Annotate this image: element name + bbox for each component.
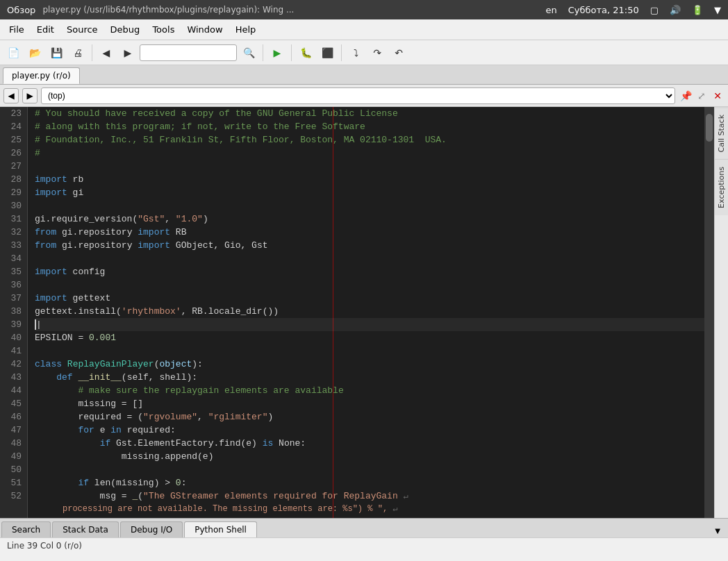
code-line-30 xyxy=(35,199,704,212)
code-line-32: from gi.repository import RB xyxy=(35,226,704,239)
code-line-41 xyxy=(35,344,704,358)
stop-button[interactable]: ⬛ xyxy=(317,43,337,62)
menu-edit[interactable]: Edit xyxy=(31,23,60,36)
code-line-51: if len(missing) > 0: xyxy=(35,476,704,489)
step-out-button[interactable]: ↶ xyxy=(389,43,408,62)
code-line-24: # along with this program; if not, write… xyxy=(35,120,704,133)
code-line-31: gi.require_version("Gst", "1.0") xyxy=(35,212,704,226)
code-line-34 xyxy=(35,252,704,265)
right-side-panels: Call Stack Exceptions xyxy=(714,107,728,518)
tabs-dropdown-button[interactable]: ▼ xyxy=(711,524,725,537)
tab-search[interactable]: Search xyxy=(1,521,51,537)
system-bar: Обзор player.py (/usr/lib64/rhythmbox/pl… xyxy=(0,0,728,19)
code-line-36 xyxy=(35,278,704,292)
overview-label[interactable]: Обзор xyxy=(7,5,35,15)
menu-debug[interactable]: Debug xyxy=(105,23,146,36)
menu-help[interactable]: Help xyxy=(230,23,262,36)
scrollbar-thumb[interactable] xyxy=(706,114,713,142)
step-over-button[interactable]: ↷ xyxy=(367,43,387,62)
menu-bar: File Edit Source Debug Tools Window Help xyxy=(0,19,728,40)
code-area: # You should have received a copy of the… xyxy=(28,107,704,518)
code-line-50 xyxy=(35,463,704,476)
pin-buttons: 📌 ⤢ ✕ xyxy=(679,89,725,103)
menu-tools[interactable]: Tools xyxy=(147,23,180,36)
status-bar: Line 39 Col 0 (r/o) xyxy=(0,537,728,553)
forward-button[interactable]: ▶ xyxy=(118,43,138,62)
nav-back-btn[interactable]: ◀ xyxy=(3,88,19,103)
run-button[interactable]: ▶ xyxy=(267,43,287,62)
new-button[interactable]: 📄 xyxy=(3,43,23,62)
toolbar-sep-4 xyxy=(341,44,342,61)
pin-button[interactable]: 📌 xyxy=(679,89,693,103)
bottom-tabs: Search Stack Data Debug I/O Python Shell… xyxy=(0,518,728,537)
volume-icon[interactable]: 🔊 xyxy=(670,5,681,15)
code-line-39: | xyxy=(35,318,704,331)
status-text: Line 39 Col 0 (r/o) xyxy=(7,541,82,551)
code-line-46: required = ("rgvolume", "rglimiter") xyxy=(35,410,704,424)
call-stack-panel[interactable]: Call Stack xyxy=(715,107,728,159)
code-line-29: import gi xyxy=(35,186,704,199)
code-line-25: # Foundation, Inc., 51 Franklin St, Fift… xyxy=(35,133,704,146)
tab-debug-io[interactable]: Debug I/O xyxy=(120,521,183,537)
back-button[interactable]: ◀ xyxy=(97,43,116,62)
code-line-43: def __init__(self, shell): xyxy=(35,371,704,384)
code-line-28: import rb xyxy=(35,173,704,186)
keyboard-layout[interactable]: en xyxy=(545,5,556,15)
line-numbers: 2324252627 2829303132 3334353637 3839404… xyxy=(0,107,28,518)
print-button[interactable]: 🖨 xyxy=(68,43,88,62)
code-line-52-wrap1: processing are not available. The missin… xyxy=(35,503,704,516)
save-button[interactable]: 💾 xyxy=(47,43,66,62)
code-line-52: msg = _("The GStreamer elements required… xyxy=(35,489,704,503)
datetime: Суббота, 21:50 xyxy=(568,5,639,15)
toolbar-search-input[interactable] xyxy=(140,44,237,61)
code-line-47: for e in required: xyxy=(35,424,704,437)
window-title: player.py (/usr/lib64/rhythmbox/plugins/… xyxy=(42,5,294,15)
code-line-42: class ReplayGainPlayer(object): xyxy=(35,358,704,371)
scope-select[interactable]: (top) xyxy=(41,87,675,104)
code-line-48: if Gst.ElementFactory.find(e) is None: xyxy=(35,437,704,450)
tab-python-shell[interactable]: Python Shell xyxy=(184,521,257,537)
menu-window[interactable]: Window xyxy=(181,23,228,36)
editor-header: ◀ ▶ (top) 📌 ⤢ ✕ xyxy=(0,85,728,107)
menu-file[interactable]: File xyxy=(3,23,30,36)
main-area: 2324252627 2829303132 3334353637 3839404… xyxy=(0,107,728,518)
code-line-33: from gi.repository import GObject, Gio, … xyxy=(35,239,704,252)
settings-icon[interactable]: ▼ xyxy=(714,5,721,15)
battery-icon[interactable]: 🔋 xyxy=(692,5,703,15)
tab-stack-data[interactable]: Stack Data xyxy=(52,521,119,537)
code-line-45: missing = [] xyxy=(35,397,704,410)
open-button[interactable]: 📂 xyxy=(25,43,44,62)
code-line-26: # xyxy=(35,146,704,160)
debug-button[interactable]: 🐛 xyxy=(296,43,315,62)
menu-source[interactable]: Source xyxy=(61,23,104,36)
code-line-44: # make sure the replaygain elements are … xyxy=(35,384,704,397)
code-line-52-wrap2: ".join(missing) xyxy=(35,516,704,518)
editor-tab-bar: player.py (r/o) xyxy=(0,65,728,85)
code-line-40: EPSILON = 0.001 xyxy=(35,331,704,344)
editor-tab-label: player.py (r/o) xyxy=(12,71,71,81)
toolbar-sep-1 xyxy=(92,44,92,61)
toolbar: 📄 📂 💾 🖨 ◀ ▶ 🔍 ▶ 🐛 ⬛ ⤵ ↷ ↶ xyxy=(0,40,728,65)
nav-forward-btn[interactable]: ▶ xyxy=(22,88,38,103)
search-button[interactable]: 🔍 xyxy=(239,43,258,62)
close-editor-button[interactable]: ✕ xyxy=(711,89,725,103)
minimize-icon[interactable]: ▢ xyxy=(650,5,659,15)
toolbar-sep-3 xyxy=(291,44,292,61)
code-line-23: # You should have received a copy of the… xyxy=(35,107,704,120)
code-line-27 xyxy=(35,160,704,173)
code-line-35: import config xyxy=(35,265,704,278)
expand-button[interactable]: ⤢ xyxy=(695,89,709,103)
vertical-scrollbar[interactable] xyxy=(704,107,714,518)
editor-tab-player[interactable]: player.py (r/o) xyxy=(3,67,80,84)
editor-container: 2324252627 2829303132 3334353637 3839404… xyxy=(0,107,714,518)
code-line-49: missing.append(e) xyxy=(35,450,704,463)
code-line-37: import gettext xyxy=(35,292,704,305)
exceptions-panel[interactable]: Exceptions xyxy=(715,159,728,215)
toolbar-sep-2 xyxy=(263,44,263,61)
code-line-38: gettext.install('rhythmbox', RB.locale_d… xyxy=(35,305,704,318)
step-in-button[interactable]: ⤵ xyxy=(346,43,365,62)
